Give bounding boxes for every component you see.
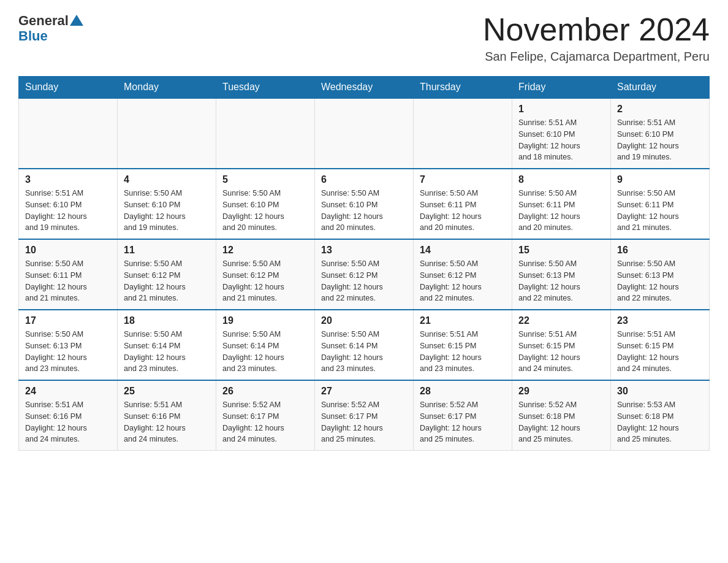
day-info: Sunrise: 5:50 AM Sunset: 6:14 PM Dayligh…	[321, 329, 407, 375]
svg-marker-0	[70, 15, 83, 26]
day-number: 21	[420, 315, 506, 326]
day-number: 30	[617, 386, 703, 397]
day-info: Sunrise: 5:51 AM Sunset: 6:15 PM Dayligh…	[617, 329, 703, 375]
day-info: Sunrise: 5:50 AM Sunset: 6:12 PM Dayligh…	[420, 258, 506, 304]
calendar-day: 9Sunrise: 5:50 AM Sunset: 6:11 PM Daylig…	[611, 169, 710, 239]
day-info: Sunrise: 5:50 AM Sunset: 6:14 PM Dayligh…	[222, 329, 308, 375]
calendar-day: 30Sunrise: 5:53 AM Sunset: 6:18 PM Dayli…	[611, 380, 710, 451]
day-number: 28	[420, 386, 506, 397]
day-number: 27	[321, 386, 407, 397]
calendar-day: 1Sunrise: 5:51 AM Sunset: 6:10 PM Daylig…	[512, 98, 611, 169]
calendar-day: 5Sunrise: 5:50 AM Sunset: 6:10 PM Daylig…	[216, 169, 315, 239]
weekday-sunday: Sunday	[19, 77, 118, 99]
day-number: 23	[617, 315, 703, 326]
day-number: 1	[518, 104, 604, 115]
day-number: 15	[518, 245, 604, 256]
day-number: 5	[222, 174, 308, 185]
calendar-day: 18Sunrise: 5:50 AM Sunset: 6:14 PM Dayli…	[118, 310, 216, 380]
day-info: Sunrise: 5:50 AM Sunset: 6:13 PM Dayligh…	[518, 258, 604, 304]
calendar-day: 6Sunrise: 5:50 AM Sunset: 6:10 PM Daylig…	[315, 169, 414, 239]
calendar-week-4: 17Sunrise: 5:50 AM Sunset: 6:13 PM Dayli…	[19, 310, 710, 380]
weekday-wednesday: Wednesday	[315, 77, 414, 99]
weekday-monday: Monday	[118, 77, 216, 99]
day-info: Sunrise: 5:50 AM Sunset: 6:11 PM Dayligh…	[25, 258, 111, 304]
day-number: 3	[25, 174, 111, 185]
day-number: 24	[25, 386, 111, 397]
day-number: 20	[321, 315, 407, 326]
page-header: General Blue November 2024 San Felipe, C…	[18, 12, 710, 64]
calendar-day: 19Sunrise: 5:50 AM Sunset: 6:14 PM Dayli…	[216, 310, 315, 380]
day-number: 14	[420, 245, 506, 256]
day-info: Sunrise: 5:50 AM Sunset: 6:10 PM Dayligh…	[321, 188, 407, 234]
day-info: Sunrise: 5:50 AM Sunset: 6:10 PM Dayligh…	[124, 188, 210, 234]
calendar-day: 26Sunrise: 5:52 AM Sunset: 6:17 PM Dayli…	[216, 380, 315, 451]
day-number: 16	[617, 245, 703, 256]
day-number: 29	[518, 386, 604, 397]
calendar-day: 15Sunrise: 5:50 AM Sunset: 6:13 PM Dayli…	[512, 239, 611, 310]
calendar-day	[315, 98, 414, 169]
calendar-header: SundayMondayTuesdayWednesdayThursdayFrid…	[19, 77, 710, 99]
day-info: Sunrise: 5:50 AM Sunset: 6:12 PM Dayligh…	[124, 258, 210, 304]
calendar-day: 7Sunrise: 5:50 AM Sunset: 6:11 PM Daylig…	[414, 169, 512, 239]
day-number: 9	[617, 174, 703, 185]
day-number: 4	[124, 174, 210, 185]
day-number: 22	[518, 315, 604, 326]
logo: General Blue	[18, 12, 83, 44]
calendar-day: 4Sunrise: 5:50 AM Sunset: 6:10 PM Daylig…	[118, 169, 216, 239]
calendar-week-3: 10Sunrise: 5:50 AM Sunset: 6:11 PM Dayli…	[19, 239, 710, 310]
calendar-day: 3Sunrise: 5:51 AM Sunset: 6:10 PM Daylig…	[19, 169, 118, 239]
calendar-day: 12Sunrise: 5:50 AM Sunset: 6:12 PM Dayli…	[216, 239, 315, 310]
day-number: 7	[420, 174, 506, 185]
weekday-tuesday: Tuesday	[216, 77, 315, 99]
day-info: Sunrise: 5:50 AM Sunset: 6:12 PM Dayligh…	[222, 258, 308, 304]
calendar-day: 21Sunrise: 5:51 AM Sunset: 6:15 PM Dayli…	[414, 310, 512, 380]
day-number: 19	[222, 315, 308, 326]
day-info: Sunrise: 5:52 AM Sunset: 6:17 PM Dayligh…	[420, 399, 506, 445]
day-number: 17	[25, 315, 111, 326]
day-number: 13	[321, 245, 407, 256]
calendar-day: 13Sunrise: 5:50 AM Sunset: 6:12 PM Dayli…	[315, 239, 414, 310]
month-title: November 2024	[483, 12, 710, 47]
day-number: 10	[25, 245, 111, 256]
logo-group: General Blue	[18, 12, 83, 44]
weekday-friday: Friday	[512, 77, 611, 99]
calendar-day	[19, 98, 118, 169]
day-info: Sunrise: 5:51 AM Sunset: 6:15 PM Dayligh…	[518, 329, 604, 375]
day-info: Sunrise: 5:50 AM Sunset: 6:12 PM Dayligh…	[321, 258, 407, 304]
calendar-week-1: 1Sunrise: 5:51 AM Sunset: 6:10 PM Daylig…	[19, 98, 710, 169]
location-title: San Felipe, Cajamarca Department, Peru	[483, 50, 710, 64]
day-number: 11	[124, 245, 210, 256]
calendar-day: 28Sunrise: 5:52 AM Sunset: 6:17 PM Dayli…	[414, 380, 512, 451]
calendar-day: 29Sunrise: 5:52 AM Sunset: 6:18 PM Dayli…	[512, 380, 611, 451]
day-info: Sunrise: 5:50 AM Sunset: 6:14 PM Dayligh…	[124, 329, 210, 375]
calendar-day: 8Sunrise: 5:50 AM Sunset: 6:11 PM Daylig…	[512, 169, 611, 239]
logo-blue-text: Blue	[18, 28, 48, 44]
day-info: Sunrise: 5:51 AM Sunset: 6:10 PM Dayligh…	[617, 117, 703, 163]
day-info: Sunrise: 5:51 AM Sunset: 6:16 PM Dayligh…	[124, 399, 210, 445]
day-number: 8	[518, 174, 604, 185]
title-section: November 2024 San Felipe, Cajamarca Depa…	[483, 12, 710, 64]
weekday-thursday: Thursday	[414, 77, 512, 99]
calendar-week-2: 3Sunrise: 5:51 AM Sunset: 6:10 PM Daylig…	[19, 169, 710, 239]
weekday-saturday: Saturday	[611, 77, 710, 99]
day-info: Sunrise: 5:50 AM Sunset: 6:13 PM Dayligh…	[25, 329, 111, 375]
logo-row1: General	[18, 12, 83, 29]
calendar-day: 24Sunrise: 5:51 AM Sunset: 6:16 PM Dayli…	[19, 380, 118, 451]
day-info: Sunrise: 5:52 AM Sunset: 6:17 PM Dayligh…	[321, 399, 407, 445]
calendar-day: 22Sunrise: 5:51 AM Sunset: 6:15 PM Dayli…	[512, 310, 611, 380]
calendar-day	[118, 98, 216, 169]
calendar-day: 25Sunrise: 5:51 AM Sunset: 6:16 PM Dayli…	[118, 380, 216, 451]
day-info: Sunrise: 5:52 AM Sunset: 6:18 PM Dayligh…	[518, 399, 604, 445]
logo-triangle-icon	[70, 13, 83, 27]
weekday-header-row: SundayMondayTuesdayWednesdayThursdayFrid…	[19, 77, 710, 99]
calendar-day: 23Sunrise: 5:51 AM Sunset: 6:15 PM Dayli…	[611, 310, 710, 380]
day-info: Sunrise: 5:53 AM Sunset: 6:18 PM Dayligh…	[617, 399, 703, 445]
day-info: Sunrise: 5:51 AM Sunset: 6:16 PM Dayligh…	[25, 399, 111, 445]
day-info: Sunrise: 5:51 AM Sunset: 6:10 PM Dayligh…	[25, 188, 111, 234]
calendar-day: 27Sunrise: 5:52 AM Sunset: 6:17 PM Dayli…	[315, 380, 414, 451]
calendar-day: 14Sunrise: 5:50 AM Sunset: 6:12 PM Dayli…	[414, 239, 512, 310]
day-info: Sunrise: 5:52 AM Sunset: 6:17 PM Dayligh…	[222, 399, 308, 445]
calendar-body: 1Sunrise: 5:51 AM Sunset: 6:10 PM Daylig…	[19, 98, 710, 451]
calendar-day: 20Sunrise: 5:50 AM Sunset: 6:14 PM Dayli…	[315, 310, 414, 380]
day-info: Sunrise: 5:50 AM Sunset: 6:11 PM Dayligh…	[420, 188, 506, 234]
